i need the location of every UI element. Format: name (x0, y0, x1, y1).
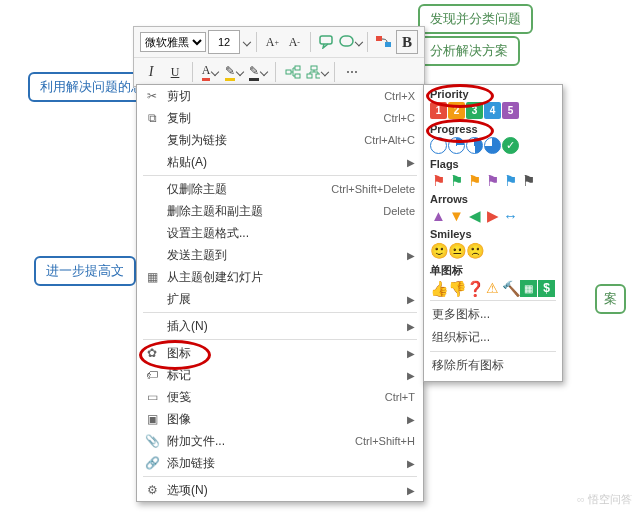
bold-button[interactable]: B (396, 30, 418, 54)
chevron-right-icon: ▶ (407, 348, 415, 359)
layout2-button[interactable] (306, 61, 328, 83)
menu-icon: 📎 (143, 434, 161, 448)
menu-18[interactable]: 📎附加文件...Ctrl+Shift+H (137, 430, 423, 452)
smileys-header: Smileys (424, 225, 562, 241)
sad-icon[interactable]: 🙁 (466, 242, 483, 259)
flag-1-icon[interactable]: ⚑ (448, 172, 465, 189)
menu-9[interactable]: ▦从主题创建幻灯片 (137, 266, 423, 288)
menu-label: 粘贴(A) (161, 154, 407, 171)
italic-button[interactable]: I (140, 61, 162, 83)
priority-5-icon[interactable]: 5 (502, 102, 519, 119)
highlight-button[interactable]: ✎ (223, 61, 245, 83)
arrow-2-icon[interactable]: ◀ (466, 207, 483, 224)
menu-21[interactable]: ⚙选项(N)▶ (137, 479, 423, 501)
menu-label: 标记 (161, 367, 407, 384)
font-size-input[interactable] (208, 30, 240, 54)
chevron-right-icon: ▶ (407, 485, 415, 496)
chevron-right-icon: ▶ (407, 458, 415, 469)
neutral-icon[interactable]: 😐 (448, 242, 465, 259)
node-improve[interactable]: 进一步提高文 (34, 256, 136, 286)
progress-done-icon[interactable]: ✓ (502, 137, 519, 154)
chevron-down-icon[interactable] (243, 38, 251, 46)
organize-item[interactable]: 组织标记... (424, 326, 562, 349)
menu-3[interactable]: 粘贴(A)▶ (137, 151, 423, 173)
relation-button[interactable] (374, 31, 394, 53)
calendar-icon[interactable]: ▦ (520, 280, 537, 297)
arrow-3-icon[interactable]: ▶ (484, 207, 501, 224)
menu-5[interactable]: 仅删除主题Ctrl+Shift+Delete (137, 178, 423, 200)
menu-2[interactable]: 复制为链接Ctrl+Alt+C (137, 129, 423, 151)
menu-14[interactable]: ✿图标▶ (137, 342, 423, 364)
shape-button[interactable] (339, 31, 361, 53)
menu-label: 复制 (161, 110, 384, 127)
menu-16[interactable]: ▭便笺Ctrl+T (137, 386, 423, 408)
thumbdown-icon[interactable]: 👎 (448, 280, 465, 297)
node-case[interactable]: 案 (595, 284, 626, 314)
underline-button[interactable]: U (164, 61, 186, 83)
svg-rect-4 (286, 70, 291, 74)
svg-rect-2 (376, 36, 382, 41)
font-decrease-button[interactable]: A- (284, 31, 304, 53)
chevron-right-icon: ▶ (407, 294, 415, 305)
menu-label: 设置主题格式... (161, 225, 415, 242)
more-icons-item[interactable]: 更多图标... (424, 303, 562, 326)
flag-4-icon[interactable]: ⚑ (502, 172, 519, 189)
callout-button[interactable] (317, 31, 337, 53)
menu-label: 图像 (161, 411, 407, 428)
menu-shortcut: Ctrl+Shift+H (355, 435, 415, 447)
menu-label: 复制为链接 (161, 132, 364, 149)
menu-icon: ▭ (143, 390, 161, 404)
menu-icon: 🔗 (143, 456, 161, 470)
progress-header: Progress (424, 120, 562, 136)
menu-label: 扩展 (161, 291, 407, 308)
font-color-button[interactable]: A (199, 61, 221, 83)
priority-4-icon[interactable]: 4 (484, 102, 501, 119)
menu-8[interactable]: 发送主题到▶ (137, 244, 423, 266)
arrow-4-icon[interactable]: ↔ (502, 207, 519, 224)
menu-10[interactable]: 扩展▶ (137, 288, 423, 310)
font-select[interactable]: 微软雅黑 (140, 32, 206, 52)
menu-icon: ⧉ (143, 111, 161, 125)
svg-rect-3 (385, 42, 391, 47)
flag-0-icon[interactable]: ⚑ (430, 172, 447, 189)
more-button[interactable]: ⋯ (341, 61, 363, 83)
menu-0[interactable]: ✂剪切Ctrl+X (137, 85, 423, 107)
line-color-button[interactable]: ✎ (247, 61, 269, 83)
watermark: ∞ 悟空问答 (577, 492, 632, 507)
chevron-right-icon: ▶ (407, 250, 415, 261)
question-icon[interactable]: ❓ (466, 280, 483, 297)
thumbup-icon[interactable]: 👍 (430, 280, 447, 297)
menu-17[interactable]: ▣图像▶ (137, 408, 423, 430)
svg-rect-1 (340, 36, 353, 46)
menu-7[interactable]: 设置主题格式... (137, 222, 423, 244)
flag-5-icon[interactable]: ⚑ (520, 172, 537, 189)
menu-15[interactable]: 🏷标记▶ (137, 364, 423, 386)
flag-3-icon[interactable]: ⚑ (484, 172, 501, 189)
icon-submenu: Priority 12345 Progress ✓ Flags ⚑⚑⚑⚑⚑⚑ A… (423, 84, 563, 382)
layout1-button[interactable] (282, 61, 304, 83)
hammer-icon[interactable]: 🔨 (502, 280, 519, 297)
node-discover[interactable]: 发现并分类问题 (418, 4, 533, 34)
menu-6[interactable]: 删除主题和副主题Delete (137, 200, 423, 222)
arrow-1-icon[interactable]: ▼ (448, 207, 465, 224)
remove-all-item[interactable]: 移除所有图标 (424, 354, 562, 377)
flag-2-icon[interactable]: ⚑ (466, 172, 483, 189)
menu-19[interactable]: 🔗添加链接▶ (137, 452, 423, 474)
menu-shortcut: Ctrl+T (385, 391, 415, 403)
node-analyze[interactable]: 分析解决方案 (418, 36, 520, 66)
arrow-0-icon[interactable]: ▲ (430, 207, 447, 224)
menu-12[interactable]: 插入(N)▶ (137, 315, 423, 337)
dollar-icon[interactable]: $ (538, 280, 555, 297)
menu-1[interactable]: ⧉复制Ctrl+C (137, 107, 423, 129)
menu-label: 仅删除主题 (161, 181, 331, 198)
warning-icon[interactable]: ⚠ (484, 280, 501, 297)
smileys-row: 🙂 😐 🙁 (424, 241, 562, 260)
menu-icon: ▦ (143, 270, 161, 284)
svg-rect-7 (311, 66, 317, 70)
menu-label: 添加链接 (161, 455, 407, 472)
context-menu: ✂剪切Ctrl+X⧉复制Ctrl+C复制为链接Ctrl+Alt+C粘贴(A)▶仅… (136, 84, 424, 502)
progress-75-icon[interactable] (484, 137, 501, 154)
font-increase-button[interactable]: A+ (262, 31, 282, 53)
single-row: 👍 👎 ❓ ⚠ 🔨 ▦ $ (424, 279, 562, 298)
smile-icon[interactable]: 🙂 (430, 242, 447, 259)
